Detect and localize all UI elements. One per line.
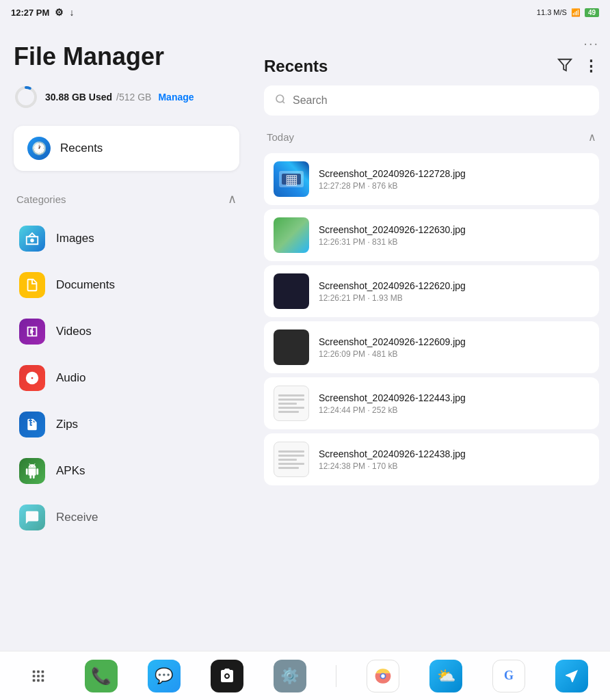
file-list: Screenshot_20240926-122728.jpg 12:27:28 …	[264, 153, 599, 485]
bottom-nav: 📞 💬 ⚙️ ⛅ G	[0, 651, 610, 700]
svg-marker-6	[559, 59, 571, 70]
more-options-icon[interactable]: ⋮	[583, 57, 599, 75]
google-app-button[interactable]: G	[492, 660, 525, 692]
file-thumbnail	[274, 217, 309, 253]
alt-app-button[interactable]	[555, 660, 588, 692]
categories-toggle-icon[interactable]: ∧	[228, 191, 237, 206]
search-box[interactable]	[264, 85, 599, 116]
storage-circle-icon	[14, 85, 38, 109]
right-header: Recents ⋮	[264, 57, 599, 76]
date-toggle-icon[interactable]: ∧	[588, 131, 596, 144]
file-thumbnail	[274, 386, 309, 421]
chrome-app-button[interactable]	[367, 660, 399, 692]
main-content: File Manager 30.88 GB Used /512 GB Manag…	[0, 25, 610, 651]
svg-rect-9	[33, 670, 36, 673]
file-thumbnail	[274, 329, 309, 365]
file-thumbnail	[274, 273, 309, 309]
file-info: Screenshot_20240926-122728.jpg 12:27:28 …	[319, 168, 589, 191]
file-meta: 12:26:31 PM · 831 kB	[319, 237, 589, 247]
svg-rect-17	[42, 679, 44, 682]
categories-header: Categories ∧	[14, 187, 239, 211]
settings-icon: ⚙	[55, 7, 64, 18]
phone-app-button[interactable]: 📞	[85, 660, 118, 692]
file-meta: 12:26:21 PM · 1.93 MB	[319, 293, 589, 303]
receive-icon	[19, 504, 45, 530]
app-title: File Manager	[14, 42, 239, 71]
status-time: 12:27 PM	[11, 8, 49, 18]
file-item[interactable]: Screenshot_20240926-122620.jpg 12:26:21 …	[264, 265, 599, 317]
storage-info: 30.88 GB Used /512 GB	[45, 92, 151, 103]
download-icon: ↓	[69, 7, 74, 18]
weather-app-button[interactable]: ⛅	[429, 660, 462, 692]
svg-point-0	[16, 88, 36, 107]
category-item-audio[interactable]: Audio	[14, 355, 239, 401]
right-header-actions: ⋮	[557, 57, 599, 76]
file-thumbnail	[274, 161, 309, 197]
top-menu-dots[interactable]: ···	[583, 36, 599, 51]
images-label: Images	[56, 232, 94, 245]
file-meta: 12:24:38 PM · 170 kB	[319, 461, 589, 471]
camera-app-button[interactable]	[211, 660, 243, 692]
file-item[interactable]: Screenshot_20240926-122443.jpg 12:24:44 …	[264, 377, 599, 429]
status-right: 11.3 M/S 📶 49	[537, 8, 599, 17]
recents-button[interactable]: 🕐 Recents	[14, 126, 239, 171]
status-bar: 12:27 PM ⚙ ↓ 11.3 M/S 📶 49	[0, 0, 610, 25]
category-item-documents[interactable]: Documents	[14, 262, 239, 308]
wifi-icon: 📶	[571, 8, 581, 17]
file-meta: 12:26:09 PM · 481 kB	[319, 349, 589, 359]
images-icon	[19, 226, 45, 252]
right-top-bar: ···	[264, 33, 599, 57]
svg-rect-10	[37, 670, 40, 673]
left-panel: File Manager 30.88 GB Used /512 GB Manag…	[0, 25, 253, 651]
file-info: Screenshot_20240926-122443.jpg 12:24:44 …	[319, 392, 589, 415]
apks-label: APKs	[56, 464, 85, 478]
category-item-receive[interactable]: Receive	[14, 495, 239, 540]
file-item[interactable]: Screenshot_20240926-122728.jpg 12:27:28 …	[264, 153, 599, 205]
storage-used: 30.88 GB Used	[45, 92, 112, 103]
status-left: 12:27 PM ⚙ ↓	[11, 7, 74, 18]
receive-label: Receive	[56, 511, 98, 524]
categories-list: Images Documents Videos Au	[14, 216, 239, 540]
category-item-zips[interactable]: Zips	[14, 402, 239, 447]
search-input[interactable]	[293, 94, 588, 107]
search-icon	[275, 94, 286, 107]
file-name: Screenshot_20240926-122438.jpg	[319, 448, 589, 459]
svg-rect-16	[37, 679, 40, 682]
svg-rect-15	[33, 679, 36, 682]
svg-line-8	[282, 101, 284, 103]
svg-rect-12	[33, 675, 36, 677]
right-panel: ··· Recents ⋮ Today ∧	[253, 25, 610, 651]
messages-app-button[interactable]: 💬	[148, 660, 181, 692]
date-header: Today ∧	[264, 126, 599, 148]
category-item-apks[interactable]: APKs	[14, 448, 239, 494]
documents-label: Documents	[56, 278, 115, 292]
manage-button[interactable]: Manage	[158, 92, 194, 103]
zips-label: Zips	[56, 418, 78, 431]
audio-label: Audio	[56, 371, 85, 385]
filter-icon[interactable]	[557, 57, 572, 76]
category-item-images[interactable]: Images	[14, 216, 239, 261]
today-section: Today ∧ Screenshot_20240926-122728.jpg	[264, 126, 599, 485]
svg-point-20	[382, 674, 385, 677]
zips-icon	[19, 412, 45, 438]
category-item-videos[interactable]: Videos	[14, 309, 239, 354]
svg-rect-14	[42, 675, 44, 677]
date-label: Today	[267, 131, 294, 143]
battery-indicator: 49	[585, 8, 599, 17]
settings-app-button[interactable]: ⚙️	[274, 660, 306, 692]
file-name: Screenshot_20240926-122728.jpg	[319, 168, 589, 179]
file-item[interactable]: Screenshot_20240926-122438.jpg 12:24:38 …	[264, 433, 599, 485]
file-info: Screenshot_20240926-122438.jpg 12:24:38 …	[319, 448, 589, 471]
svg-point-7	[276, 95, 284, 103]
storage-container: 30.88 GB Used /512 GB Manage	[14, 85, 239, 109]
speed-indicator: 11.3 M/S	[537, 8, 567, 16]
categories-title: Categories	[16, 193, 66, 205]
recents-label: Recents	[60, 142, 103, 155]
file-item[interactable]: Screenshot_20240926-122609.jpg 12:26:09 …	[264, 321, 599, 373]
file-item[interactable]: Screenshot_20240926-122630.jpg 12:26:31 …	[264, 209, 599, 261]
file-name: Screenshot_20240926-122443.jpg	[319, 392, 589, 403]
storage-total: /512 GB	[116, 92, 151, 103]
audio-icon	[19, 365, 45, 391]
app-grid-button[interactable]	[22, 660, 55, 692]
file-meta: 12:27:28 PM · 876 kB	[319, 181, 589, 191]
